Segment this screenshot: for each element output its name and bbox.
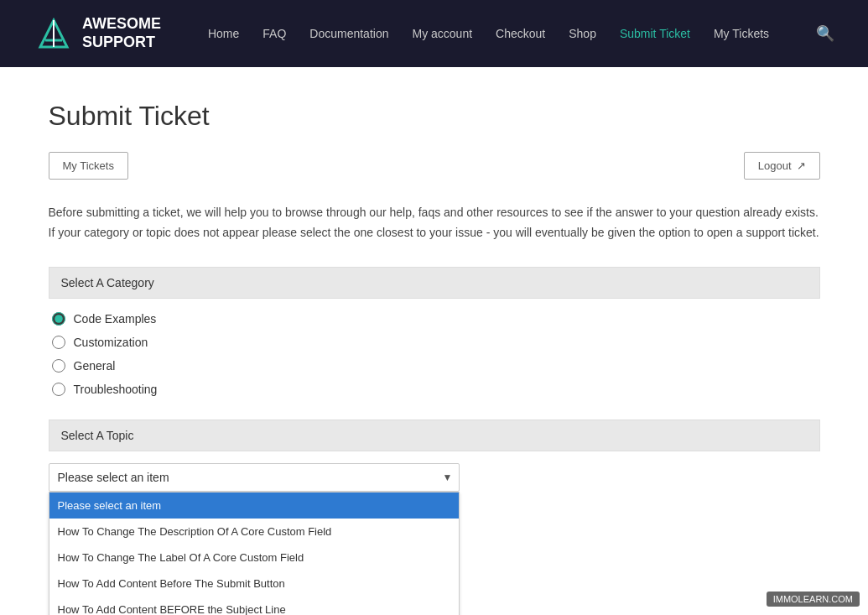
- logo-icon: [34, 13, 74, 54]
- nav-item-checkout[interactable]: Checkout: [496, 27, 545, 40]
- category-code-examples[interactable]: Code Examples: [52, 312, 820, 326]
- nav-item-docs[interactable]: Documentation: [309, 27, 388, 40]
- search-icon[interactable]: 🔍: [816, 24, 834, 43]
- dropdown-item-0[interactable]: Please select an item: [49, 493, 459, 519]
- radio-general[interactable]: [52, 359, 65, 373]
- topic-section-header: Select A Topic: [49, 420, 820, 451]
- dropdown-item-1[interactable]: How To Change The Description Of A Core …: [49, 519, 459, 545]
- top-actions: My Tickets Logout ↗: [49, 152, 820, 180]
- nav-links: Home FAQ Documentation My account Checko…: [208, 27, 769, 40]
- dropdown-item-2[interactable]: How To Change The Label Of A Core Custom…: [49, 545, 459, 571]
- my-tickets-button[interactable]: My Tickets: [49, 152, 128, 180]
- topic-section: Select A Topic Please select an item How…: [49, 420, 820, 615]
- page-title: Submit Ticket: [49, 101, 820, 132]
- radio-troubleshooting[interactable]: [52, 383, 65, 396]
- radio-customization[interactable]: [52, 336, 65, 349]
- main-content: Submit Ticket My Tickets Logout ↗ Before…: [32, 67, 837, 615]
- radio-code-examples[interactable]: [52, 312, 65, 326]
- intro-text: Before submitting a ticket, we will help…: [49, 203, 820, 243]
- topic-select-wrapper: Please select an item How To Change The …: [49, 463, 460, 492]
- nav-item-home[interactable]: Home: [208, 27, 239, 40]
- topic-select[interactable]: Please select an item How To Change The …: [49, 463, 460, 492]
- nav-item-submit[interactable]: Submit Ticket: [620, 27, 690, 40]
- category-customization[interactable]: Customization: [52, 336, 820, 349]
- topic-dropdown-list: Please select an item How To Change The …: [49, 492, 460, 615]
- nav-item-mytickets[interactable]: My Tickets: [714, 27, 769, 40]
- logout-icon: ↗: [797, 159, 806, 172]
- dropdown-item-4[interactable]: How To Add Content BEFORE the Subject Li…: [49, 597, 459, 615]
- category-troubleshooting[interactable]: Troubleshooting: [52, 383, 820, 396]
- navbar: AWESOME SUPPORT Home FAQ Documentation M…: [0, 0, 868, 67]
- nav-item-shop[interactable]: Shop: [569, 27, 596, 40]
- category-section-header: Select A Category: [49, 267, 820, 299]
- logout-button[interactable]: Logout ↗: [744, 152, 820, 180]
- logo-line1: AWESOME: [82, 15, 161, 34]
- category-radio-group: Code Examples Customization General Trou…: [49, 312, 820, 396]
- logo-line2: SUPPORT: [82, 34, 161, 52]
- nav-item-myaccount[interactable]: My account: [412, 27, 472, 40]
- watermark: IMMOLEARN.COM: [767, 592, 860, 607]
- category-general[interactable]: General: [52, 359, 820, 373]
- dropdown-item-3[interactable]: How To Add Content Before The Submit But…: [49, 571, 459, 597]
- site-logo: AWESOME SUPPORT: [34, 13, 161, 54]
- nav-item-faq[interactable]: FAQ: [262, 27, 286, 40]
